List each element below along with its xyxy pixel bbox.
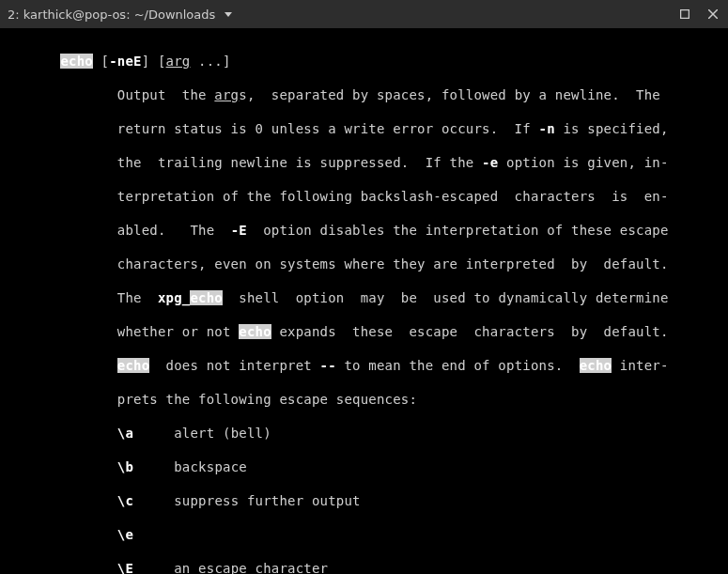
esc-b: \b backspace xyxy=(4,458,724,475)
desc-line-1: Output the args, separated by spaces, fo… xyxy=(4,86,724,103)
esc-a: \a alert (bell) xyxy=(4,425,724,442)
desc-line-8: whether or not echo expands these escape… xyxy=(4,323,724,340)
titlebar-right xyxy=(677,7,720,22)
esc-e: \e xyxy=(4,526,724,543)
close-button[interactable] xyxy=(705,7,720,22)
arg-placeholder: arg xyxy=(166,54,191,69)
window-titlebar: 2: karthick@pop-os: ~/Downloads xyxy=(0,0,728,28)
echo-cmd: echo xyxy=(60,54,93,69)
dots: ...] xyxy=(190,54,230,69)
desc-line-3: the trailing newline is suppressed. If t… xyxy=(4,154,724,171)
dropdown-icon[interactable] xyxy=(221,7,236,22)
terminal-content[interactable]: echo [-neE] [arg ...] Output the args, s… xyxy=(0,28,728,574)
desc-line-5: abled. The -E option disables the interp… xyxy=(4,222,724,239)
esc-c: \c suppress further output xyxy=(4,492,724,509)
desc-line-6: characters, even on systems where they a… xyxy=(4,256,724,272)
neE-flag: -neE xyxy=(109,54,142,69)
desc-line-2: return status is 0 unless a write error … xyxy=(4,120,724,137)
synopsis-line: echo [-neE] [arg ...] xyxy=(4,53,724,70)
desc-line-4: terpretation of the following backslash-… xyxy=(4,188,724,205)
maximize-button[interactable] xyxy=(677,7,692,22)
window-title: 2: karthick@pop-os: ~/Downloads xyxy=(8,8,215,22)
desc-line-10: prets the following escape sequences: xyxy=(4,391,724,408)
titlebar-left: 2: karthick@pop-os: ~/Downloads xyxy=(8,7,236,22)
esc-E: \E an escape character xyxy=(4,560,724,574)
desc-line-7: The xpg_echo shell option may be used to… xyxy=(4,289,724,306)
svg-rect-0 xyxy=(681,10,689,19)
desc-line-9: echo does not interpret -- to mean the e… xyxy=(4,357,724,374)
